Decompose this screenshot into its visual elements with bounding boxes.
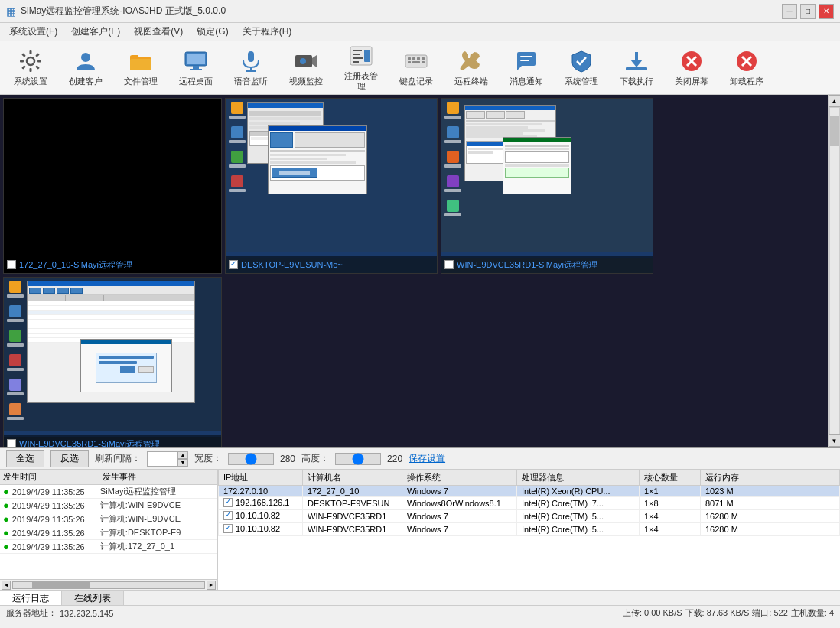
row2-cpu: Intel(R) Core(TM) i7... — [517, 497, 640, 510]
sys-mgmt-label: 系统管理 — [565, 76, 598, 86]
scroll-track[interactable] — [829, 107, 840, 434]
log-col-event: 发生事件 — [99, 470, 217, 484]
height-value: 220 — [387, 454, 402, 464]
tab-run-log[interactable]: 运行日志 — [0, 591, 62, 605]
log-row[interactable]: ● 2019/4/29 11:35:26 计算机:WIN-E9DVCE — [0, 499, 217, 512]
cell1-label: 172_27_0_10-SiMayi远程管理 — [19, 259, 132, 271]
toolbar-voice-monitor[interactable]: 语音监听 — [226, 45, 275, 91]
refresh-stepper[interactable]: 300 ▲ ▼ — [147, 451, 188, 467]
toolbar-form-mgmt[interactable]: 注册表管理 — [337, 45, 386, 91]
refresh-down-btn[interactable]: ▼ — [177, 459, 188, 467]
log-row[interactable]: ● 2019/4/29 11:35:26 计算机:DESKTOP-E9 — [0, 526, 217, 540]
svg-rect-5 — [21, 53, 26, 57]
refresh-up-btn[interactable]: ▲ — [177, 451, 188, 459]
log-row[interactable]: ● 2019/4/29 11:35:25 SiMayi远程监控管理 — [0, 485, 217, 499]
menu-create-client[interactable]: 创建客户(E) — [65, 24, 126, 40]
menu-about[interactable]: 关于程序(H) — [236, 24, 298, 40]
cell3-checkbox[interactable] — [444, 260, 454, 269]
save-settings-link[interactable]: 保存设置 — [409, 452, 445, 465]
row2-cores: 1×8 — [640, 497, 701, 510]
online-panel: IP地址 计算机名 操作系统 处理器信息 核心数量 运行内存 172.27.0.… — [218, 470, 840, 590]
log-h-scroll-track[interactable] — [12, 581, 205, 589]
online-row[interactable]: ✓ 10.10.10.82 WIN-E9DVCE35RD1 Windows 7 … — [219, 523, 840, 536]
svg-rect-23 — [353, 54, 360, 55]
host-count-status: 主机数量: 4 — [791, 607, 834, 619]
bottom-tabs: 运行日志 在线列表 — [0, 590, 840, 605]
x-circle2-icon — [734, 49, 759, 73]
svg-point-20 — [300, 58, 306, 64]
svg-rect-35 — [520, 56, 532, 57]
toolbar-sys-settings[interactable]: 系统设置 — [6, 45, 55, 91]
toolbar-msg-notify[interactable]: 消息通知 — [502, 45, 551, 91]
row3-os: Windows 7 — [402, 510, 517, 523]
toolbar-remote-terminal[interactable]: 远程终端 — [447, 45, 496, 91]
toolbar-keyboard-log[interactable]: 键盘记录 — [392, 45, 441, 91]
menu-system-settings[interactable]: 系统设置(F) — [3, 24, 63, 40]
controls-bar: 全选 反选 刷新间隔： 300 ▲ ▼ 宽度： 280 高度： 220 保存设置 — [0, 448, 840, 470]
video-cell-1[interactable]: 172_27_0_10-SiMayi远程管理 — [3, 98, 222, 274]
svg-point-0 — [27, 57, 34, 65]
menu-lock[interactable]: 锁定(G) — [190, 24, 234, 40]
cell2-label: DESKTOP-E9VESUN-Me~ — [241, 260, 343, 269]
video-cell-3[interactable]: WIN-E9DVCE35RD1-SiMayi远程管理 — [441, 98, 653, 274]
svg-rect-28 — [408, 57, 411, 60]
cell1-checkbox[interactable] — [7, 260, 16, 269]
svg-rect-24 — [353, 57, 363, 59]
tab-online-list[interactable]: 在线列表 — [62, 591, 124, 605]
width-label: 宽度： — [194, 452, 222, 465]
height-slider[interactable] — [335, 453, 381, 465]
log-scroll-right[interactable]: ► — [207, 581, 216, 590]
remote-desktop-label: 远程桌面 — [179, 76, 213, 86]
minimize-button[interactable]: ─ — [782, 4, 797, 19]
toolbar-close-screen[interactable]: 关闭屏幕 — [667, 45, 716, 91]
log-row[interactable]: ● 2019/4/29 11:35:26 计算机:172_27_0_1 — [0, 540, 217, 554]
toolbar-remote-desktop[interactable]: 远程桌面 — [171, 45, 220, 91]
svg-rect-3 — [20, 60, 24, 62]
toolbar-dl-execute[interactable]: 下载执行 — [612, 45, 661, 91]
select-all-button[interactable]: 全选 — [6, 450, 44, 467]
upload-status: 上传: 0.00 KB/S — [623, 607, 682, 619]
row2-ip: ✓ 192.168.126.1 — [219, 497, 303, 510]
toolbar-create-client[interactable]: 创建客户 — [61, 45, 110, 91]
log-scroll-left[interactable]: ◄ — [2, 581, 11, 590]
online-row[interactable]: ✓ 192.168.126.1 DESKTOP-E9VESUN Windows8… — [219, 497, 840, 510]
online-table-wrapper[interactable]: IP地址 计算机名 操作系统 处理器信息 核心数量 运行内存 172.27.0.… — [218, 470, 840, 590]
online-row[interactable]: 172.27.0.10 172_27_0_10 Windows 7 Intel(… — [219, 486, 840, 497]
menu-view[interactable]: 视图查看(V) — [128, 24, 189, 40]
toolbar-sys-mgmt[interactable]: 系统管理 — [557, 45, 606, 91]
invert-button[interactable]: 反选 — [50, 450, 89, 467]
log-event: 计算机:WIN-E9DVCE — [100, 499, 214, 511]
scroll-up-button[interactable]: ▲ — [829, 95, 841, 107]
maximize-button[interactable]: □ — [800, 4, 816, 19]
refresh-value-input[interactable]: 300 — [147, 451, 177, 467]
col-mem: 运行内存 — [701, 470, 840, 486]
video-cell-4[interactable]: WIN-E9DVCE35RD1-SiMayi远程管理 — [3, 277, 222, 447]
svg-rect-8 — [35, 65, 40, 70]
row3-cores: 1×4 — [640, 510, 701, 523]
keyboard-log-label: 键盘记录 — [399, 76, 433, 86]
col-cpu: 处理器信息 — [517, 470, 640, 486]
list-icon — [349, 44, 373, 68]
row4-cores: 1×4 — [640, 523, 701, 536]
toolbar-file-mgmt[interactable]: 文件管理 — [116, 45, 165, 91]
toolbar-uninstall[interactable]: 卸载程序 — [722, 45, 771, 91]
video-cell-2[interactable]: DESKTOP-E9VESUN-Me~ — [225, 98, 438, 274]
uninstall-label: 卸载程序 — [730, 76, 763, 86]
width-slider[interactable] — [228, 453, 274, 465]
cell4-checkbox[interactable] — [7, 439, 16, 447]
row2-name: DESKTOP-E9VESUN — [303, 497, 402, 510]
online-row[interactable]: ✓ 10.10.10.82 WIN-E9DVCE35RD1 Windows 7 … — [219, 510, 840, 523]
close-screen-label: 关闭屏幕 — [675, 76, 708, 86]
log-time: 2019/4/29 11:35:26 — [12, 515, 100, 524]
log-row[interactable]: ● 2019/4/29 11:35:26 计算机:WIN-E9DVCE — [0, 512, 217, 526]
row4-os: Windows 7 — [402, 523, 517, 536]
scroll-down-button[interactable]: ▼ — [829, 434, 841, 447]
cell2-checkbox[interactable] — [229, 260, 238, 269]
row1-mem: 1023 M — [701, 486, 840, 497]
log-scrollbar: ◄ ► — [0, 579, 217, 590]
cell4-label: WIN-E9DVCE35RD1-SiMayi远程管理 — [19, 438, 160, 447]
svg-marker-19 — [312, 55, 317, 67]
toolbar-video-monitor[interactable]: 视频监控 — [282, 45, 330, 91]
person-icon — [73, 49, 98, 73]
close-button[interactable]: ✕ — [819, 4, 834, 19]
